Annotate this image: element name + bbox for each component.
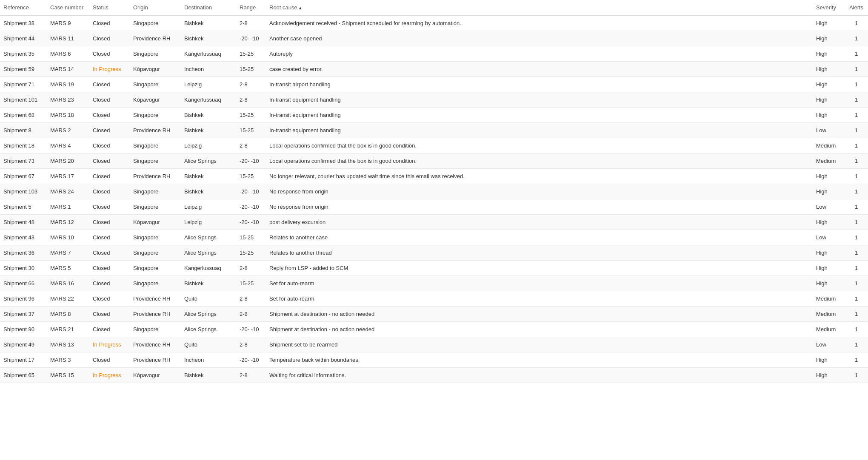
cell-rootCause: Waiting for critical informations.: [266, 368, 813, 383]
table-row[interactable]: Shipment 36MARS 7ClosedSingaporeAlice Sp…: [0, 245, 868, 261]
cell-origin: Singapore: [130, 322, 181, 337]
table-row[interactable]: Shipment 59MARS 14In ProgressKópavogurIn…: [0, 62, 868, 77]
cell-destination: Alice Springs: [181, 307, 236, 322]
table-row[interactable]: Shipment 65MARS 15In ProgressKópavogurBi…: [0, 368, 868, 383]
table-row[interactable]: Shipment 71MARS 19ClosedSingaporeLeipzig…: [0, 77, 868, 92]
cell-range: 2-8: [236, 307, 266, 322]
cell-caseNumber: MARS 20: [47, 153, 89, 169]
cell-reference: Shipment 73: [0, 153, 47, 169]
cell-range: 15-25: [236, 276, 266, 291]
table-row[interactable]: Shipment 30MARS 5ClosedSingaporeKangerlu…: [0, 261, 868, 276]
column-header-severity: Severity: [813, 0, 845, 15]
cell-origin: Kópavogur: [130, 215, 181, 230]
cell-range: 2-8: [236, 337, 266, 352]
cell-alerts: 1: [845, 46, 868, 62]
cell-destination: Bishkek: [181, 31, 236, 46]
table-row[interactable]: Shipment 8MARS 2ClosedProvidence RHBishk…: [0, 123, 868, 138]
cell-severity: High: [813, 276, 845, 291]
cell-caseNumber: MARS 9: [47, 15, 89, 31]
cell-reference: Shipment 37: [0, 307, 47, 322]
cell-origin: Singapore: [130, 153, 181, 169]
cell-severity: High: [813, 62, 845, 77]
cell-reference: Shipment 103: [0, 184, 47, 199]
cell-destination: Kangerlussuaq: [181, 261, 236, 276]
column-header-rootCause[interactable]: Root cause ▲: [266, 0, 813, 15]
cell-range: 15-25: [236, 169, 266, 184]
cell-rootCause: Shipment set to be rearmed: [266, 337, 813, 352]
cell-caseNumber: MARS 4: [47, 138, 89, 153]
cell-alerts: 1: [845, 215, 868, 230]
cell-caseNumber: MARS 23: [47, 92, 89, 108]
sort-arrow-icon: ▲: [298, 6, 303, 10]
cell-severity: Low: [813, 123, 845, 138]
cell-severity: Low: [813, 230, 845, 245]
cell-rootCause: Shipment at destination - no action need…: [266, 322, 813, 337]
cell-status: Closed: [89, 15, 130, 31]
table-row[interactable]: Shipment 37MARS 8ClosedProvidence RHAlic…: [0, 307, 868, 322]
cell-destination: Alice Springs: [181, 153, 236, 169]
cell-destination: Bishkek: [181, 108, 236, 123]
cell-rootCause: Local operations confirmed that the box …: [266, 153, 813, 169]
cell-destination: Bishkek: [181, 15, 236, 31]
cell-severity: High: [813, 352, 845, 368]
cell-origin: Providence RH: [130, 291, 181, 307]
table-row[interactable]: Shipment 35MARS 6ClosedSingaporeKangerlu…: [0, 46, 868, 62]
cell-caseNumber: MARS 1: [47, 199, 89, 215]
cell-destination: Quito: [181, 337, 236, 352]
cell-alerts: 1: [845, 15, 868, 31]
cell-caseNumber: MARS 13: [47, 337, 89, 352]
cell-alerts: 1: [845, 62, 868, 77]
cell-origin: Providence RH: [130, 169, 181, 184]
table-row[interactable]: Shipment 44MARS 11ClosedProvidence RHBis…: [0, 31, 868, 46]
table-row[interactable]: Shipment 67MARS 17ClosedProvidence RHBis…: [0, 169, 868, 184]
cell-status: Closed: [89, 123, 130, 138]
cell-origin: Kópavogur: [130, 92, 181, 108]
cell-severity: Medium: [813, 322, 845, 337]
cell-reference: Shipment 30: [0, 261, 47, 276]
cell-caseNumber: MARS 7: [47, 245, 89, 261]
table-row[interactable]: Shipment 48MARS 12ClosedKópavogurLeipzig…: [0, 215, 868, 230]
cell-destination: Incheon: [181, 62, 236, 77]
cell-caseNumber: MARS 17: [47, 169, 89, 184]
shipments-table: ReferenceCase numberStatusOriginDestinat…: [0, 0, 868, 383]
cell-severity: Medium: [813, 307, 845, 322]
cell-status: Closed: [89, 261, 130, 276]
cell-alerts: 1: [845, 31, 868, 46]
table-row[interactable]: Shipment 73MARS 20ClosedSingaporeAlice S…: [0, 153, 868, 169]
table-row[interactable]: Shipment 38MARS 9ClosedSingaporeBishkek2…: [0, 15, 868, 31]
cell-alerts: 1: [845, 92, 868, 108]
cell-caseNumber: MARS 3: [47, 352, 89, 368]
cell-rootCause: In-transit equipment handling: [266, 123, 813, 138]
table-row[interactable]: Shipment 96MARS 22ClosedProvidence RHQui…: [0, 291, 868, 307]
table-row[interactable]: Shipment 68MARS 18ClosedSingaporeBishkek…: [0, 108, 868, 123]
cell-rootCause: Temperature back within boundaries.: [266, 352, 813, 368]
cell-status: Closed: [89, 31, 130, 46]
table-row[interactable]: Shipment 49MARS 13In ProgressProvidence …: [0, 337, 868, 352]
table-row[interactable]: Shipment 17MARS 3ClosedProvidence RHInch…: [0, 352, 868, 368]
table-row[interactable]: Shipment 101MARS 23ClosedKópavogurKanger…: [0, 92, 868, 108]
cell-range: -20- -10: [236, 215, 266, 230]
cell-range: 15-25: [236, 108, 266, 123]
cell-alerts: 1: [845, 291, 868, 307]
cell-status: Closed: [89, 153, 130, 169]
cell-status: In Progress: [89, 337, 130, 352]
cell-status: Closed: [89, 138, 130, 153]
table-row[interactable]: Shipment 66MARS 16ClosedSingaporeBishkek…: [0, 276, 868, 291]
table-row[interactable]: Shipment 18MARS 4ClosedSingaporeLeipzig2…: [0, 138, 868, 153]
cell-reference: Shipment 68: [0, 108, 47, 123]
cell-destination: Leipzig: [181, 199, 236, 215]
cell-reference: Shipment 43: [0, 230, 47, 245]
cell-reference: Shipment 90: [0, 322, 47, 337]
table-row[interactable]: Shipment 90MARS 21ClosedSingaporeAlice S…: [0, 322, 868, 337]
table-row[interactable]: Shipment 103MARS 24ClosedSingaporeBishke…: [0, 184, 868, 199]
cell-rootCause: In-transit equipment handling: [266, 108, 813, 123]
cell-caseNumber: MARS 22: [47, 291, 89, 307]
cell-destination: Leipzig: [181, 77, 236, 92]
cell-status: In Progress: [89, 368, 130, 383]
table-row[interactable]: Shipment 5MARS 1ClosedSingaporeLeipzig-2…: [0, 199, 868, 215]
cell-range: 15-25: [236, 62, 266, 77]
cell-rootCause: Set for auto-rearm: [266, 276, 813, 291]
cell-status: Closed: [89, 276, 130, 291]
table-row[interactable]: Shipment 43MARS 10ClosedSingaporeAlice S…: [0, 230, 868, 245]
cell-rootCause: Relates to another case: [266, 230, 813, 245]
